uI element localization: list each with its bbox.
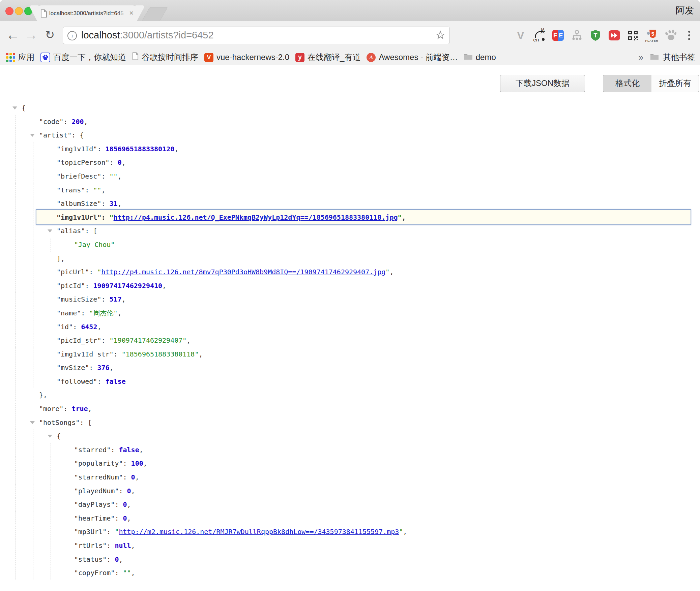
json-key: "rtUrls" <box>74 541 107 550</box>
json-value-number: false <box>119 446 139 454</box>
json-colon: : <box>85 282 93 290</box>
json-link-url[interactable]: http://p4.music.126.net/Q_ExePNkmqB2yWyL… <box>114 213 398 221</box>
browser-menu-icon[interactable] <box>682 27 696 44</box>
json-value-number: 31 <box>110 199 118 208</box>
json-key: "trans" <box>57 186 85 194</box>
json-key: "status" <box>74 555 107 563</box>
json-line: "artist": { <box>0 128 700 142</box>
json-comma: , <box>199 350 203 358</box>
json-line: "name": "周杰伦", <box>0 306 700 320</box>
address-bar[interactable]: i localhost:3000/artists?id=6452 <box>63 27 450 44</box>
fehelper-icon[interactable]: FE <box>551 27 565 44</box>
json-comma: , <box>402 213 406 221</box>
bookmark-star-icon[interactable] <box>435 29 446 43</box>
json-colon: : <box>101 295 109 303</box>
json-comma: , <box>131 569 135 577</box>
tab-close-icon[interactable]: × <box>127 5 136 21</box>
json-quote: " <box>97 268 101 276</box>
collapse-all-button[interactable]: 折叠所有 <box>651 75 699 92</box>
json-key: "popularity" <box>74 459 123 467</box>
forward-button[interactable]: → <box>22 21 40 50</box>
json-colon: : <box>114 350 122 358</box>
html5-player-icon[interactable]: 5 PLAYER <box>645 27 659 44</box>
vue-devtools-icon[interactable]: V <box>514 27 527 44</box>
reload-button[interactable]: ↻ <box>41 21 59 50</box>
json-colon: : <box>115 500 123 508</box>
json-value-number: null <box>115 541 131 550</box>
json-line: "img1v1Id_str": "18569651883380118", <box>0 347 700 361</box>
profile-name[interactable]: 阿发 <box>676 4 694 17</box>
json-comma: , <box>88 405 92 413</box>
json-line: "popularity": 100, <box>0 457 700 470</box>
json-key: "dayPlays" <box>74 500 115 508</box>
json-line: "picId": 19097417462929410, <box>0 279 700 293</box>
bookmarks-overflow-icon[interactable]: » <box>639 52 643 63</box>
browser-tab[interactable]: localhost:3000/artists?id=645 × <box>38 5 136 21</box>
json-comma: , <box>174 145 178 153</box>
bookmark-google-sort[interactable]: 谷歌按时间排序 <box>132 52 198 63</box>
json-value-number: true <box>71 405 88 413</box>
page-favicon <box>40 9 47 19</box>
json-key: "name" <box>57 309 81 317</box>
json-colon: : <box>119 487 127 495</box>
json-colon: : <box>71 131 80 139</box>
json-colon: : <box>101 172 109 180</box>
translate-icon[interactable]: 英 en <box>533 27 546 44</box>
qrcode-icon[interactable] <box>626 27 640 44</box>
url-text[interactable]: localhost:3000/artists?id=6452 <box>81 27 214 44</box>
youdao-icon: y <box>295 53 304 62</box>
download-json-button[interactable]: 下载JSON数据 <box>500 75 585 92</box>
paw-icon[interactable] <box>664 27 677 44</box>
page-info-icon[interactable]: i <box>67 31 77 40</box>
bookmark-vue-hackernews[interactable]: V vue-hackernews-2.0 <box>204 53 289 62</box>
json-colon: : <box>107 541 115 550</box>
json-value-number: 200 <box>71 118 84 126</box>
json-value-number: 0 <box>115 555 119 563</box>
json-colon: : <box>97 145 105 153</box>
json-colon: : <box>89 364 97 372</box>
fast-forward-icon[interactable] <box>608 27 621 44</box>
json-key: "hotSongs" <box>39 418 80 427</box>
json-colon: : <box>123 473 131 481</box>
json-bracket: ] <box>57 254 61 262</box>
json-value-string: "19097417462929407" <box>110 336 187 344</box>
json-line: "id": 6452, <box>0 320 700 334</box>
json-comma: , <box>403 528 407 536</box>
bookmark-apps[interactable]: 应用 <box>6 52 34 63</box>
json-key: "img1v1Id" <box>57 145 97 153</box>
json-colon: : <box>115 514 123 522</box>
new-tab-button[interactable] <box>142 7 168 21</box>
url-host: localhost <box>81 30 120 40</box>
bookmark-youdao[interactable]: y 在线翻译_有道 <box>295 52 360 63</box>
bookmark-awesomes[interactable]: A Awesomes - 前端资… <box>367 52 458 63</box>
json-key: "starredNum" <box>74 473 123 481</box>
bookmark-baidu[interactable]: 百度一下，你就知道 <box>40 52 126 63</box>
folder-icon <box>650 53 659 62</box>
json-colon: : <box>85 186 93 194</box>
json-comma: , <box>122 158 126 166</box>
json-comma: , <box>162 282 166 290</box>
json-link-url[interactable]: http://p4.music.126.net/8mv7qP30Pd3oHW8b… <box>101 268 385 276</box>
json-quote: " <box>399 528 403 536</box>
page-content: 下载JSON数据 格式化 折叠所有 {"code": 200,"artist":… <box>0 65 700 591</box>
close-window-button[interactable] <box>5 7 13 15</box>
json-value-string: "" <box>123 569 131 577</box>
format-button[interactable]: 格式化 <box>603 75 652 92</box>
json-tree: {"code": 200,"artist": {"img1v1Id": 1856… <box>0 101 700 580</box>
json-value-string: "18569651883380118" <box>122 350 199 358</box>
json-value-number: 19097417462929410 <box>93 282 162 290</box>
json-line: "dayPlays": 0, <box>0 498 700 511</box>
json-key: "copyFrom" <box>74 569 115 577</box>
sitemap-icon[interactable] <box>570 27 584 44</box>
bookmarks-right: » 其他书签 <box>639 52 695 63</box>
other-bookmarks[interactable]: 其他书签 <box>663 52 695 63</box>
json-bracket: { <box>57 432 61 440</box>
minimize-window-button[interactable] <box>15 7 23 15</box>
back-button[interactable]: ← <box>4 21 22 50</box>
bookmark-demo-folder[interactable]: demo <box>464 53 496 62</box>
awesomes-icon: A <box>367 53 376 62</box>
json-line: "img1v1Id": 18569651883380120, <box>0 142 700 156</box>
json-link-url[interactable]: http://m2.music.126.net/RMJR7wDullRqppBk… <box>119 528 399 536</box>
json-quote: " <box>385 268 389 276</box>
shield-t-icon[interactable]: T <box>589 27 602 44</box>
